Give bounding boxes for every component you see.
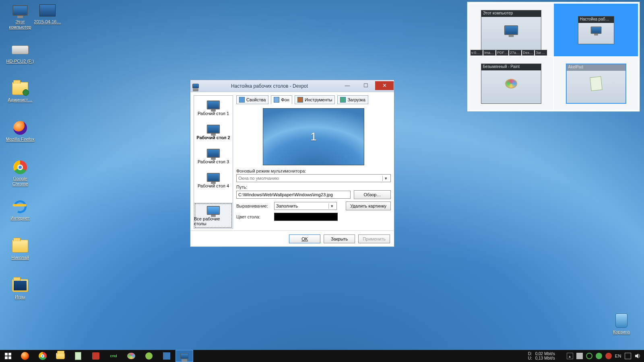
overview-thumb-title: Настойка раб… <box>578 16 614 23</box>
chevron-down-icon: ▾ <box>382 176 389 181</box>
window-titlebar[interactable]: Настойка рабочих столов - Dexpot — ☐ ✕ <box>190 80 394 92</box>
action-center-icon[interactable] <box>625 353 631 359</box>
overview-desktop-4[interactable]: AkelPad <box>554 57 638 110</box>
overview-thumb-title: AkelPad <box>567 64 625 71</box>
multi-monitor-mode-select[interactable]: Окна по умолчанию ▾ <box>236 174 391 182</box>
browse-button[interactable]: Обзор… <box>354 190 391 199</box>
image-file-icon <box>39 2 56 19</box>
tray-av-icon[interactable] <box>605 353 612 359</box>
svg-marker-4 <box>635 354 638 358</box>
desktop-icon-admin[interactable]: Админист… <box>5 80 35 103</box>
settings-tabs: Свойства Фон Инструменты Загрузка <box>236 95 391 104</box>
select-value: Заполнить <box>276 204 298 208</box>
select-value: Окна по умолчанию <box>238 176 279 181</box>
taskbar-app-blue[interactable] <box>158 350 175 362</box>
dialog-footer: OK Закрыть Применить <box>190 230 394 247</box>
folder-icon <box>11 238 29 254</box>
taskbar-firefox[interactable] <box>16 350 34 362</box>
icon-label: Mozilla Firefox <box>6 137 35 142</box>
language-indicator[interactable]: EN <box>615 354 621 358</box>
overview-desktop-1[interactable]: Этот компьютер v:0…Ima…PDF…27a…Dex…Заг… <box>469 4 553 56</box>
tray-battery-icon[interactable] <box>576 353 583 359</box>
volume-icon[interactable] <box>634 353 641 359</box>
desktop-icon-external-drive[interactable]: HD-PCU2 (F:) <box>5 42 35 64</box>
wallpaper-preview: 1 <box>263 108 364 165</box>
paint-icon <box>127 353 135 359</box>
icon-label: Игры <box>15 294 25 300</box>
icon-label: Корзина <box>613 329 630 335</box>
overview-thumb-title: Этот компьютер <box>481 10 541 17</box>
sidebar-desktop-4[interactable]: Рабочий стол 4 <box>194 168 233 192</box>
preview-desktop-number: 1 <box>310 130 317 143</box>
taskbar-app-cmd[interactable]: cmd <box>105 350 122 362</box>
tab-startup[interactable]: Загрузка <box>337 95 368 104</box>
system-tray: ▴ EN <box>564 353 644 359</box>
overview-thumb-title: Безымянный - Paint <box>481 64 541 70</box>
tray-app-icon[interactable] <box>596 353 602 359</box>
icon-label: 2015-04-16… <box>34 19 61 25</box>
sidebar-desktop-2[interactable]: Рабочий стол 2 <box>194 120 233 144</box>
close-button[interactable]: ✕ <box>375 81 394 90</box>
taskbar-dexpot[interactable] <box>175 350 193 362</box>
windows-logo-icon <box>5 353 11 359</box>
desktop-icon-recycle-bin[interactable]: Корзина <box>606 313 637 335</box>
multi-monitor-label: Фоновый режим мультимонитора: <box>236 169 391 173</box>
start-button[interactable] <box>0 350 16 362</box>
desktop-icon-internet[interactable]: Интернет <box>5 199 35 221</box>
taskbar-app-red[interactable] <box>87 350 105 362</box>
alignment-label: Выравнивание: <box>236 204 271 208</box>
firefox-icon <box>11 120 29 136</box>
chrome-icon <box>39 352 47 360</box>
remove-image-button[interactable]: Удалить картинку <box>346 202 391 210</box>
taskbar-app-green[interactable] <box>140 350 158 362</box>
sidebar-all-desktops[interactable]: Все рабочие столы <box>194 203 233 228</box>
window-title: Настойка рабочих столов - Dexpot <box>201 83 338 89</box>
icon-label: Этот компьютер <box>5 19 35 30</box>
desktop-icon-chrome[interactable]: Google Chrome <box>5 159 35 187</box>
tab-background[interactable]: Фон <box>271 95 292 104</box>
chevron-down-icon: ▾ <box>328 204 335 209</box>
wallpaper-path-input[interactable]: C:\Windows\Web\Wallpaper\Windows\img23.j… <box>236 191 351 199</box>
ok-button[interactable]: OK <box>289 234 320 243</box>
overview-desktop-2[interactable]: Настойка раб… <box>554 4 638 56</box>
paint-icon <box>505 79 517 88</box>
tab-tools[interactable]: Инструменты <box>295 95 335 104</box>
desktop-icon-firefox[interactable]: Mozilla Firefox <box>5 120 35 142</box>
apply-button[interactable]: Применить <box>358 234 390 243</box>
desktop-icon-games[interactable]: Игры <box>5 278 35 300</box>
taskbar-explorer[interactable] <box>52 350 69 362</box>
chrome-icon <box>11 159 29 175</box>
folder-icon <box>11 278 29 294</box>
desktop-icon-this-pc[interactable]: Этот компьютер <box>5 2 35 30</box>
sidebar-desktop-1[interactable]: Рабочий стол 1 <box>194 96 233 120</box>
svg-rect-0 <box>5 353 8 356</box>
overview-taskbar-thumbs: v:0…Ima…PDF…27a…Dex…Заг… <box>471 50 551 56</box>
computer-icon <box>504 25 518 35</box>
overview-desktop-3[interactable]: Безымянный - Paint <box>469 57 553 110</box>
background-icon <box>274 97 279 103</box>
svg-rect-2 <box>5 356 8 359</box>
taskbar: cmd D:U: 0,02 Mbit/s0,13 Mbit/s ▴ EN <box>0 350 644 362</box>
close-dialog-button[interactable]: Закрыть <box>324 234 355 243</box>
desktop-icon-screenshot[interactable]: 2015-04-16… <box>32 2 63 25</box>
app-icon <box>145 352 153 360</box>
maximize-button[interactable]: ☐ <box>357 81 375 90</box>
notepad-icon <box>75 352 81 360</box>
taskbar-notepad[interactable] <box>69 350 87 362</box>
path-label: Путь: <box>236 185 391 189</box>
notepad-icon <box>590 76 602 91</box>
tab-properties[interactable]: Свойства <box>236 95 268 104</box>
sidebar-desktop-3[interactable]: Рабочий стол 3 <box>194 144 233 168</box>
tray-sync-icon[interactable] <box>586 353 592 359</box>
desktop-color-swatch[interactable] <box>274 213 338 221</box>
taskbar-chrome[interactable] <box>34 350 52 362</box>
desktop-icon-user-folder[interactable]: Николай <box>5 238 35 260</box>
folder-icon <box>56 353 65 359</box>
tray-up-icon[interactable]: ▴ <box>567 353 573 359</box>
icon-label: Google Chrome <box>5 176 35 187</box>
minimize-button[interactable]: — <box>338 81 357 90</box>
svg-rect-3 <box>8 356 11 359</box>
alignment-select[interactable]: Заполнить ▾ <box>274 202 337 210</box>
computer-icon <box>11 2 29 19</box>
taskbar-paint[interactable] <box>122 350 140 362</box>
